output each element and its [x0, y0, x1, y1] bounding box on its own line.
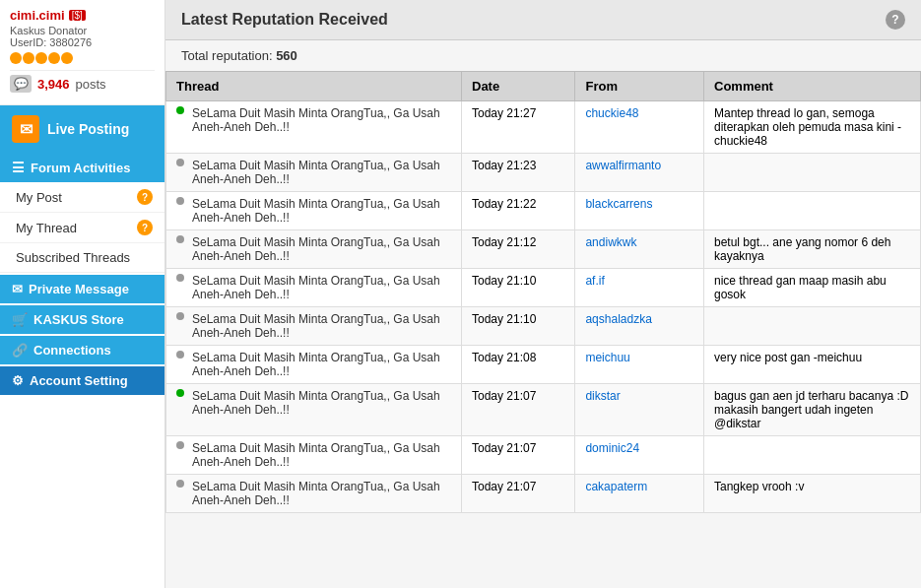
- comment-cell: [704, 436, 921, 475]
- thread-link[interactable]: SeLama Duit Masih Minta OrangTua,, Ga Us…: [192, 197, 451, 225]
- comment-cell: nice thread gan maap masih abu gosok: [704, 269, 921, 307]
- total-reputation: Total reputation: 560: [165, 40, 921, 71]
- comment-cell: [704, 307, 921, 346]
- grey-dot-icon: [176, 441, 184, 449]
- comment-cell: very nice post gan -meichuu: [704, 346, 921, 384]
- date-cell: Today 21:27: [462, 101, 575, 154]
- thread-link[interactable]: SeLama Duit Masih Minta OrangTua,, Ga Us…: [192, 159, 451, 186]
- main-content: Latest Reputation Received ? Total reput…: [165, 0, 921, 588]
- thread-cell: SeLama Duit Masih Minta OrangTua,, Ga Us…: [166, 101, 462, 154]
- private-message-header[interactable]: ✉ Private Message: [0, 275, 164, 303]
- table-row: SeLama Duit Masih Minta OrangTua,, Ga Us…: [166, 269, 921, 307]
- grey-dot-icon: [176, 351, 184, 359]
- star-5: [61, 52, 73, 64]
- chat-icon: 💬: [10, 75, 32, 93]
- total-rep-label: Total reputation:: [181, 48, 273, 63]
- from-link[interactable]: andiwkwk: [585, 235, 636, 249]
- from-cell: dikstar: [575, 384, 704, 436]
- comment-cell: [704, 154, 921, 192]
- my-thread-label: My Thread: [16, 221, 77, 235]
- from-link[interactable]: chuckie48: [585, 106, 638, 120]
- live-posting-button[interactable]: ✉ Live Posting: [0, 105, 164, 153]
- date-cell: Today 21:07: [462, 475, 575, 513]
- from-cell: cakapaterm: [575, 475, 704, 513]
- my-post-label: My Post: [16, 190, 62, 205]
- sidebar-item-my-post[interactable]: My Post ?: [0, 182, 164, 213]
- star-3: [35, 52, 47, 64]
- grey-dot-icon: [176, 274, 184, 282]
- green-dot-icon: [176, 106, 184, 114]
- thread-cell: SeLama Duit Masih Minta OrangTua,, Ga Us…: [166, 384, 462, 436]
- from-cell: chuckie48: [575, 101, 704, 154]
- thread-link[interactable]: SeLama Duit Masih Minta OrangTua,, Ga Us…: [192, 351, 451, 378]
- live-posting-label: Live Posting: [47, 121, 129, 137]
- posts-label: posts: [76, 77, 106, 92]
- thread-cell: SeLama Duit Masih Minta OrangTua,, Ga Us…: [166, 346, 462, 384]
- store-icon: 🛒: [12, 312, 28, 327]
- star-1: [10, 52, 22, 64]
- comment-cell: Tangkep vrooh :v: [704, 475, 921, 513]
- thread-link[interactable]: SeLama Duit Masih Minta OrangTua,, Ga Us…: [192, 312, 451, 340]
- sidebar-item-subscribed-threads[interactable]: Subscribed Threads: [0, 243, 164, 273]
- thread-link[interactable]: SeLama Duit Masih Minta OrangTua,, Ga Us…: [192, 480, 451, 507]
- col-comment: Comment: [704, 72, 921, 101]
- kaskus-store-header[interactable]: 🛒 KASKUS Store: [0, 305, 164, 334]
- my-thread-badge: ?: [137, 220, 153, 235]
- date-cell: Today 21:07: [462, 384, 575, 436]
- table-row: SeLama Duit Masih Minta OrangTua,, Ga Us…: [166, 230, 921, 269]
- table-row: SeLama Duit Masih Minta OrangTua,, Ga Us…: [166, 384, 921, 436]
- from-link[interactable]: af.if: [585, 274, 604, 288]
- thread-cell: SeLama Duit Masih Minta OrangTua,, Ga Us…: [166, 192, 462, 230]
- col-thread: Thread: [166, 72, 462, 101]
- subscribed-threads-label: Subscribed Threads: [16, 250, 130, 265]
- thread-cell: SeLama Duit Masih Minta OrangTua,, Ga Us…: [166, 154, 462, 192]
- table-row: SeLama Duit Masih Minta OrangTua,, Ga Us…: [166, 307, 921, 346]
- grey-dot-icon: [176, 480, 184, 488]
- from-link[interactable]: blackcarrens: [585, 197, 652, 211]
- from-link[interactable]: cakapaterm: [585, 480, 647, 493]
- from-cell: awwalfirmanto: [575, 154, 704, 192]
- thread-link[interactable]: SeLama Duit Masih Minta OrangTua,, Ga Us…: [192, 235, 451, 263]
- reputation-table: Thread Date From Comment SeLama Duit Mas…: [165, 71, 921, 513]
- connections-header[interactable]: 🔗 Connections: [0, 336, 164, 364]
- grey-dot-icon: [176, 159, 184, 166]
- from-link[interactable]: dikstar: [585, 389, 620, 403]
- thread-link[interactable]: SeLama Duit Masih Minta OrangTua,, Ga Us…: [192, 389, 451, 417]
- comment-cell: [704, 192, 921, 230]
- star-4: [48, 52, 60, 64]
- from-link[interactable]: dominic24: [585, 441, 639, 455]
- live-posting-icon: ✉: [12, 115, 39, 143]
- my-post-badge: ?: [137, 189, 153, 205]
- date-cell: Today 21:10: [462, 269, 575, 307]
- private-message-label: Private Message: [29, 282, 129, 296]
- pm-icon: ✉: [12, 282, 23, 296]
- thread-link[interactable]: SeLama Duit Masih Minta OrangTua,, Ga Us…: [192, 441, 451, 469]
- main-header: Latest Reputation Received ?: [165, 0, 921, 40]
- thread-link[interactable]: SeLama Duit Masih Minta OrangTua,, Ga Us…: [192, 106, 451, 134]
- sidebar: cimi.cimi [$] Kaskus Donator UserID: 388…: [0, 0, 165, 588]
- forum-activities-label: Forum Activities: [31, 161, 130, 175]
- date-cell: Today 21:12: [462, 230, 575, 269]
- thread-cell: SeLama Duit Masih Minta OrangTua,, Ga Us…: [166, 436, 462, 475]
- from-link[interactable]: awwalfirmanto: [585, 159, 661, 172]
- table-row: SeLama Duit Masih Minta OrangTua,, Ga Us…: [166, 154, 921, 192]
- grey-dot-icon: [176, 235, 184, 243]
- from-cell: dominic24: [575, 436, 704, 475]
- help-icon[interactable]: ?: [886, 10, 905, 30]
- from-link[interactable]: aqshaladzka: [585, 312, 651, 326]
- date-cell: Today 21:23: [462, 154, 575, 192]
- thread-link[interactable]: SeLama Duit Masih Minta OrangTua,, Ga Us…: [192, 274, 451, 301]
- account-setting-header[interactable]: ⚙ Account Setting: [0, 366, 164, 395]
- profile-section: cimi.cimi [$] Kaskus Donator UserID: 388…: [0, 0, 164, 105]
- sidebar-item-my-thread[interactable]: My Thread ?: [0, 213, 164, 243]
- table-row: SeLama Duit Masih Minta OrangTua,, Ga Us…: [166, 101, 921, 154]
- col-date: Date: [462, 72, 575, 101]
- col-from: From: [575, 72, 704, 101]
- forum-activities-header[interactable]: ☰ Forum Activities: [0, 153, 164, 182]
- comment-cell: Mantep thread lo gan, semoga diterapkan …: [704, 101, 921, 154]
- thread-cell: SeLama Duit Masih Minta OrangTua,, Ga Us…: [166, 269, 462, 307]
- from-link[interactable]: meichuu: [585, 351, 629, 364]
- account-setting-label: Account Setting: [30, 373, 128, 388]
- connections-label: Connections: [33, 343, 111, 358]
- donator-label: Kaskus Donator: [10, 25, 155, 36]
